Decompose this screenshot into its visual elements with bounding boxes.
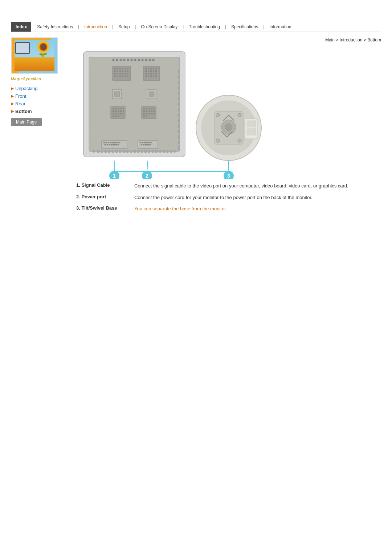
- svg-text:3: 3: [227, 173, 230, 179]
- svg-rect-176: [155, 150, 158, 153]
- svg-rect-142: [109, 144, 110, 145]
- sidebar-item-front[interactable]: ▶ Front: [11, 92, 69, 100]
- arrow-icon-bottom: ▶: [11, 109, 14, 114]
- bottom-view-diagram: 1 2: [76, 48, 276, 179]
- svg-rect-56: [127, 70, 128, 72]
- svg-rect-145: [115, 144, 117, 145]
- svg-rect-74: [155, 68, 157, 69]
- svg-rect-105: [113, 113, 114, 114]
- svg-rect-76: [148, 70, 149, 72]
- svg-rect-167: [123, 150, 125, 153]
- svg-rect-156: [145, 144, 147, 145]
- svg-point-194: [216, 113, 220, 117]
- svg-rect-109: [123, 113, 124, 114]
- svg-point-195: [238, 113, 241, 117]
- svg-rect-49: [124, 68, 126, 69]
- svg-rect-150: [144, 142, 146, 143]
- svg-rect-60: [122, 73, 123, 74]
- svg-rect-154: [141, 144, 142, 145]
- nav-troubleshooting[interactable]: Troubleshooting: [184, 22, 224, 32]
- svg-point-193: [225, 124, 232, 131]
- sidebar-item-bottom[interactable]: ▶ Bottom: [11, 108, 69, 115]
- desc-label-power: 2. Power port: [76, 194, 134, 199]
- svg-rect-155: [143, 144, 144, 145]
- sidebar-item-rear[interactable]: ▶ Rear: [11, 100, 69, 108]
- svg-rect-149: [142, 142, 143, 143]
- desc-text-signal: Connect the signal cable to the video po…: [134, 182, 348, 190]
- main-page-button[interactable]: Main Page: [11, 118, 42, 126]
- desc-text-power: Connect the power cord for your monitor …: [134, 194, 313, 201]
- svg-rect-164: [112, 150, 114, 153]
- svg-rect-107: [118, 113, 119, 114]
- nav-index[interactable]: Index: [11, 22, 31, 32]
- svg-rect-177: [159, 150, 161, 153]
- svg-rect-179: [166, 150, 168, 153]
- svg-point-197: [238, 139, 241, 142]
- svg-rect-136: [112, 142, 114, 143]
- nav-introduction[interactable]: Introduction: [80, 22, 111, 32]
- sidebar: 🌻 MagicSyncMas ▶ Unpacking ▶ Front ▶ Rea…: [11, 36, 69, 217]
- arrow-icon-front: ▶: [11, 94, 14, 98]
- svg-rect-132: [103, 142, 105, 143]
- svg-rect-5: [123, 59, 125, 61]
- svg-rect-4: [120, 59, 122, 61]
- svg-rect-11: [145, 59, 147, 61]
- svg-rect-112: [118, 116, 119, 117]
- svg-rect-82: [150, 73, 152, 74]
- svg-rect-144: [113, 144, 115, 145]
- svg-rect-9: [138, 59, 140, 61]
- svg-rect-178: [163, 150, 165, 153]
- svg-rect-77: [150, 70, 152, 72]
- svg-rect-181: [173, 150, 176, 153]
- desc-row-base: 3. Tilt/Swivel Base You can separate the…: [76, 205, 381, 213]
- nav-setup[interactable]: Setup: [114, 22, 134, 32]
- svg-line-183: [147, 161, 148, 171]
- svg-rect-68: [127, 76, 128, 77]
- svg-rect-65: [119, 76, 121, 77]
- svg-rect-128: [154, 113, 155, 114]
- descriptions-table: 1. Signal Cable Connect the signal cable…: [76, 182, 381, 213]
- svg-rect-146: [118, 144, 119, 145]
- navigation-bar: Index Safety Instructions | Introduction…: [11, 22, 381, 32]
- svg-rect-143: [111, 144, 113, 145]
- nav-osd[interactable]: On-Screen Display: [137, 22, 182, 32]
- nav-information[interactable]: Information: [265, 22, 295, 32]
- svg-rect-1: [89, 57, 180, 151]
- nav-sep-3: |: [111, 24, 114, 29]
- svg-rect-171: [137, 150, 139, 153]
- svg-rect-101: [115, 110, 117, 112]
- svg-rect-129: [143, 116, 145, 117]
- svg-rect-50: [127, 68, 128, 69]
- svg-point-196: [216, 139, 220, 142]
- svg-rect-53: [119, 70, 121, 72]
- svg-rect-8: [134, 59, 136, 61]
- svg-rect-151: [146, 142, 148, 143]
- svg-rect-47: [119, 68, 121, 69]
- nav-specifications[interactable]: Specifications: [227, 22, 262, 32]
- svg-rect-58: [117, 73, 118, 74]
- svg-rect-46: [117, 68, 118, 69]
- nav-safety[interactable]: Safety Instructions: [33, 22, 77, 32]
- svg-rect-57: [114, 73, 116, 74]
- svg-rect-163: [108, 150, 110, 153]
- svg-rect-98: [120, 108, 122, 109]
- sidebar-item-unpacking[interactable]: ▶ Unpacking: [11, 85, 69, 92]
- svg-rect-200: [247, 129, 256, 135]
- svg-rect-64: [117, 76, 118, 77]
- svg-rect-160: [97, 150, 99, 153]
- svg-rect-91: [114, 92, 120, 97]
- svg-rect-3: [116, 59, 118, 61]
- svg-rect-52: [117, 70, 118, 72]
- svg-rect-80: [145, 73, 147, 74]
- svg-rect-48: [122, 68, 123, 69]
- svg-rect-62: [127, 73, 128, 74]
- svg-rect-55: [124, 70, 126, 72]
- svg-rect-118: [154, 108, 155, 109]
- base-link[interactable]: You can separate the base from the monit…: [134, 206, 227, 211]
- desc-label-signal: 1. Signal Cable: [76, 182, 134, 188]
- svg-rect-71: [148, 68, 149, 69]
- svg-rect-137: [114, 142, 116, 143]
- svg-rect-106: [115, 113, 117, 114]
- svg-rect-135: [110, 142, 111, 143]
- svg-rect-134: [108, 142, 109, 143]
